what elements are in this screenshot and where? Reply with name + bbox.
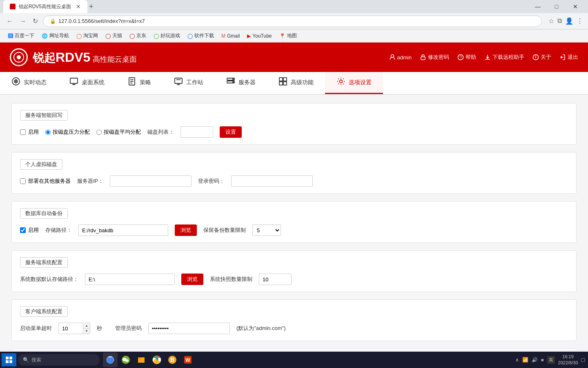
stepper-up-button[interactable]: ▲	[83, 323, 90, 329]
nav-policy[interactable]: 策略	[116, 72, 163, 94]
svg-point-40	[125, 359, 129, 362]
set-button[interactable]: 设置	[220, 126, 242, 138]
taskbar-app-browser[interactable]	[103, 352, 118, 367]
bookmark-label: 京东	[136, 32, 146, 39]
storage-path-input[interactable]	[78, 224, 168, 236]
retain-label: 保留备份数量限制	[203, 227, 246, 234]
nav-realtime[interactable]: 实时动态	[0, 72, 58, 94]
bookmark-taobao[interactable]: ◯ 淘宝网	[73, 31, 101, 40]
forward-button[interactable]: →	[18, 16, 28, 27]
close-button[interactable]: ✕	[566, 0, 585, 13]
server-ip-input[interactable]	[110, 175, 192, 187]
menu-icon[interactable]: ⋮	[577, 17, 583, 25]
bookmark-games[interactable]: ◯ 好玩游戏	[150, 31, 183, 40]
taskbar-app-files[interactable]	[134, 352, 149, 367]
header-logout[interactable]: 退出	[559, 54, 578, 61]
db-backup-enable-checkbox[interactable]: 启用	[20, 227, 39, 234]
smart-rewrite-enable-checkbox[interactable]: 启用	[20, 128, 39, 136]
bookmark-nav[interactable]: 🌐 网址导航	[38, 31, 72, 40]
disk-list-input[interactable]	[180, 126, 213, 138]
header-download[interactable]: 下载远程助手	[484, 54, 524, 61]
address-bar[interactable]: 🔒 127.0.0.1:5566/sett/index?m=x&t=x7	[43, 16, 542, 27]
change-pwd-label: 修改密码	[428, 54, 449, 61]
nav-settings[interactable]: 选项设置	[325, 72, 383, 94]
radio-pressure[interactable]: 按磁盘压力分配	[45, 128, 90, 136]
radio-average[interactable]: 按磁盘平均分配	[96, 128, 141, 136]
nav-server[interactable]: 服务器	[215, 72, 267, 94]
bookmark-tmall[interactable]: ◯ 天猫	[102, 31, 125, 40]
svg-rect-32	[6, 357, 9, 359]
bookmark-star-icon[interactable]: ☆	[548, 17, 554, 25]
taskbar-app-wechat[interactable]	[118, 352, 133, 367]
stepper-down-button[interactable]: ▼	[83, 329, 90, 334]
maximize-button[interactable]: □	[547, 0, 566, 13]
desktop-icon	[69, 77, 78, 88]
boot-timeout-stepper: ▲ ▼	[58, 323, 90, 334]
back-button[interactable]: ←	[5, 16, 15, 27]
svg-text:W: W	[185, 357, 190, 363]
bookmark-jd[interactable]: ◯ 京东	[126, 31, 149, 40]
minimize-button[interactable]: —	[528, 0, 547, 13]
nav-workstation[interactable]: 工作站	[163, 72, 215, 94]
bookmark-youtube[interactable]: ▶ YouTube	[244, 32, 275, 40]
software-icon: ◯	[187, 33, 193, 39]
time-display: 16:19	[558, 354, 578, 360]
default-path-input[interactable]	[85, 274, 175, 285]
nav-advanced[interactable]: 高级功能	[267, 72, 325, 94]
date-display: 2022/8/30	[558, 360, 578, 366]
taskbar-app-chrome[interactable]	[149, 352, 164, 367]
db-backup-enable-input[interactable]	[20, 227, 26, 233]
virtual-disk-form: 部署在其他服务器 服务器IP： 登录密码：	[20, 175, 568, 187]
boot-timeout-input[interactable]	[58, 323, 83, 334]
admin-pwd-label: 管理员密码	[115, 325, 142, 332]
app-header: 锐起RDV5高性能云桌面 admin 修改密码 ? 帮助 下载远程助手 关于 退…	[0, 43, 588, 72]
taskbar: 🔍 搜索 B W ∧ 📶 🔊 ■ 英 16:19 2022/8/30	[0, 352, 588, 368]
header-admin[interactable]: admin	[389, 54, 412, 61]
bookmark-map[interactable]: 📍 地图	[276, 31, 300, 40]
taskbar-app-coin[interactable]: B	[165, 352, 180, 367]
retain-select[interactable]: 1 2 3 4 5 10 20	[252, 224, 281, 236]
login-pwd-input[interactable]	[231, 175, 313, 187]
tray-network[interactable]: 📶	[522, 357, 528, 363]
tab-close-button[interactable]: ✕	[76, 3, 81, 10]
header-change-pwd[interactable]: 修改密码	[420, 54, 449, 61]
bookmark-software[interactable]: ◯ 软件下载	[184, 31, 217, 40]
browse-button-server[interactable]: 浏览	[181, 274, 203, 285]
policy-icon	[127, 77, 136, 88]
logout-label: 退出	[568, 54, 578, 61]
smart-rewrite-enable-input[interactable]	[20, 129, 26, 135]
bookmark-label: Gmail	[227, 33, 240, 39]
header-help[interactable]: ? 帮助	[457, 54, 476, 61]
extension-icon[interactable]: ⧉	[557, 17, 562, 25]
deploy-other-label: 部署在其他服务器	[28, 177, 71, 185]
browser-tab[interactable]: 锐起RDV5高性能云桌面 ✕	[3, 0, 87, 13]
snapshot-limit-input[interactable]	[259, 274, 292, 285]
gmail-icon: M	[221, 33, 225, 39]
admin-pwd-input[interactable]	[148, 323, 230, 334]
taskbar-app-office[interactable]: W	[180, 352, 195, 367]
tray-lang[interactable]: 英	[547, 356, 555, 364]
reload-button[interactable]: ↻	[31, 16, 40, 27]
header-about[interactable]: 关于	[532, 54, 551, 61]
tray-notification[interactable]: □	[581, 357, 585, 363]
bookmark-gmail[interactable]: M Gmail	[218, 32, 243, 40]
bookmark-baidu[interactable]: 🅱 百度一下	[5, 31, 38, 40]
deploy-other-input[interactable]	[20, 178, 26, 184]
baidu-icon: 🅱	[8, 33, 13, 39]
browser-toolbar-icons: ☆ ⧉ 👤 ⋮	[548, 17, 583, 25]
start-button[interactable]	[2, 353, 16, 366]
svg-rect-19	[175, 78, 182, 83]
deploy-other-checkbox[interactable]: 部署在其他服务器	[20, 177, 71, 185]
nav-server-label: 服务器	[238, 79, 256, 86]
taskbar-search[interactable]: 🔍 搜索	[18, 354, 100, 366]
tray-arrow[interactable]: ∧	[515, 357, 519, 363]
svg-rect-3	[421, 57, 425, 60]
new-tab-button[interactable]: +	[89, 2, 94, 11]
nav-desktop[interactable]: 桌面系统	[58, 72, 116, 94]
tray-volume[interactable]: 🔊	[532, 357, 538, 363]
svg-rect-33	[9, 357, 12, 359]
browse-button-backup[interactable]: 浏览	[175, 224, 197, 236]
profile-icon[interactable]: 👤	[565, 17, 573, 25]
nav-desktop-label: 桌面系统	[82, 79, 105, 86]
svg-point-25	[233, 79, 234, 80]
